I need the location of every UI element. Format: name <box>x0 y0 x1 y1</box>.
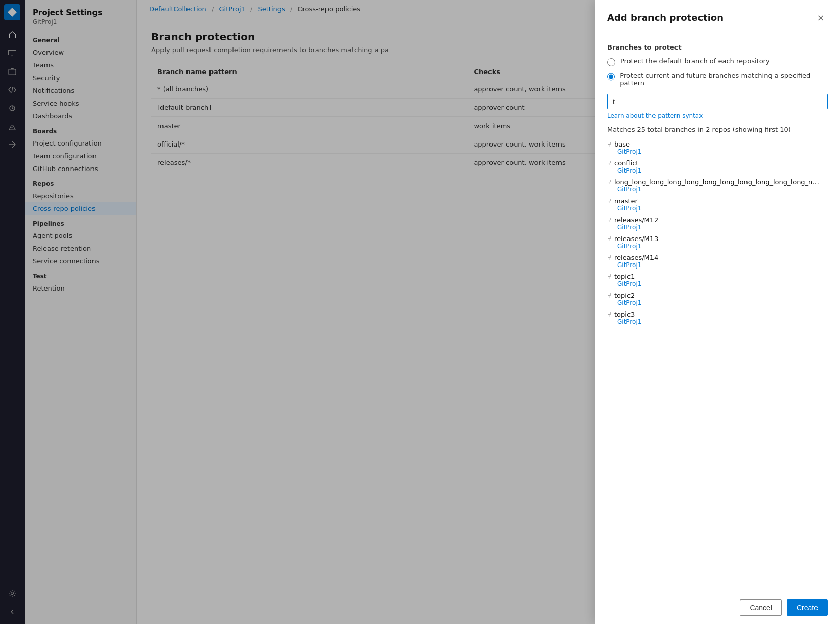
branch-icon: ⑂ <box>607 273 611 280</box>
branch-name: ⑂ base <box>607 140 828 148</box>
branch-repo: GitProj1 <box>607 148 828 155</box>
branch-icon: ⑂ <box>607 235 611 243</box>
list-item: ⑂ long_long_long_long_long_long_long_lon… <box>607 178 828 193</box>
modal-panel: Add branch protection × Branches to prot… <box>595 0 840 624</box>
branch-icon: ⑂ <box>607 159 611 167</box>
branch-repo: GitProj1 <box>607 186 828 193</box>
radio-pattern[interactable] <box>607 73 615 81</box>
branch-icon: ⑂ <box>607 197 611 205</box>
branch-icon: ⑂ <box>607 216 611 224</box>
pattern-input-wrap <box>607 94 828 109</box>
branch-name: ⑂ topic2 <box>607 292 828 299</box>
modal-close-button[interactable]: × <box>813 10 828 25</box>
modal-body: Branches to protect Protect the default … <box>595 33 840 591</box>
branch-icon: ⑂ <box>607 178 611 186</box>
match-info: Matches 25 total branches in 2 repos (sh… <box>607 126 828 133</box>
list-item: ⑂ topic3 GitProj1 <box>607 310 828 325</box>
branch-name: ⑂ releases/M14 <box>607 254 828 261</box>
branch-name: ⑂ releases/M13 <box>607 235 828 243</box>
list-item: ⑂ base GitProj1 <box>607 140 828 155</box>
pattern-input[interactable] <box>607 94 828 109</box>
branch-icon: ⑂ <box>607 254 611 261</box>
list-item: ⑂ conflict GitProj1 <box>607 159 828 174</box>
list-item: ⑂ master GitProj1 <box>607 197 828 212</box>
radio-option-pattern[interactable]: Protect current and future branches matc… <box>607 71 828 87</box>
list-item: ⑂ topic1 GitProj1 <box>607 273 828 287</box>
branch-name: ⑂ master <box>607 197 828 205</box>
branch-repo: GitProj1 <box>607 243 828 250</box>
branch-repo: GitProj1 <box>607 280 828 287</box>
branch-name: ⑂ releases/M12 <box>607 216 828 224</box>
create-button[interactable]: Create <box>787 599 828 616</box>
radio-default-branch[interactable] <box>607 58 615 66</box>
branch-name: ⑂ topic1 <box>607 273 828 280</box>
modal-footer: Cancel Create <box>595 591 840 624</box>
radio-option-default[interactable]: Protect the default branch of each repos… <box>607 57 828 66</box>
radio-default-label: Protect the default branch of each repos… <box>620 57 770 65</box>
branch-name: ⑂ topic3 <box>607 310 828 318</box>
branch-name: ⑂ conflict <box>607 159 828 167</box>
cancel-button[interactable]: Cancel <box>740 599 782 616</box>
branch-repo: GitProj1 <box>607 318 828 325</box>
modal-header: Add branch protection × <box>595 0 840 33</box>
branch-repo: GitProj1 <box>607 299 828 306</box>
branch-repo: GitProj1 <box>607 261 828 269</box>
branch-icon: ⑂ <box>607 310 611 318</box>
branch-repo: GitProj1 <box>607 224 828 231</box>
branch-icon: ⑂ <box>607 140 611 148</box>
radio-pattern-label: Protect current and future branches matc… <box>620 71 828 87</box>
list-item: ⑂ topic2 GitProj1 <box>607 292 828 306</box>
branches-to-protect-label: Branches to protect <box>607 43 828 51</box>
branch-list: ⑂ base GitProj1 ⑂ conflict GitProj1 ⑂ lo… <box>607 140 828 325</box>
modal-title: Add branch protection <box>607 12 724 23</box>
pattern-syntax-link[interactable]: Learn about the pattern syntax <box>607 112 828 119</box>
branch-icon: ⑂ <box>607 292 611 299</box>
branch-repo: GitProj1 <box>607 167 828 174</box>
branch-name: ⑂ long_long_long_long_long_long_long_lon… <box>607 178 828 186</box>
list-item: ⑂ releases/M14 GitProj1 <box>607 254 828 269</box>
list-item: ⑂ releases/M13 GitProj1 <box>607 235 828 250</box>
branch-repo: GitProj1 <box>607 205 828 212</box>
list-item: ⑂ releases/M12 GitProj1 <box>607 216 828 231</box>
